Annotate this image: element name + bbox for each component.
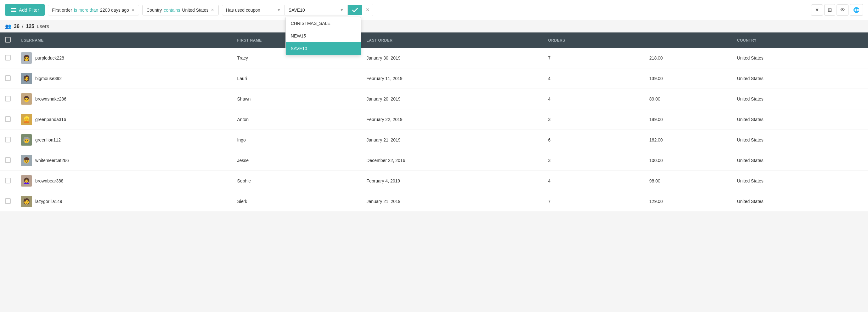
row-username: 👩‍🦱 brownbear388 [16, 171, 232, 191]
row-lastorder: January 30, 2019 [361, 48, 543, 68]
avatar: 👨 [21, 93, 32, 105]
dropdown-item-new15[interactable]: NEW15 [286, 30, 361, 42]
users-count-bar: 👥 36 / 125 users [0, 20, 868, 32]
cancel-filter-button[interactable]: × [362, 4, 374, 16]
row-checkbox[interactable] [5, 137, 11, 142]
row-lastorder: January 21, 2019 [361, 130, 543, 150]
username-text: brownsnake286 [35, 96, 66, 102]
avatar: 🧓 [21, 134, 32, 146]
count-total: 125 [26, 24, 34, 29]
row-firstname: Lauri [232, 68, 362, 89]
row-lastorder: January 20, 2019 [361, 89, 543, 109]
table-row: 👩‍🦱 brownbear388 Sophie February 4, 2019… [0, 171, 868, 191]
username-text: whitemeercat266 [35, 158, 69, 163]
row-revenue: 100.00 [644, 150, 732, 171]
row-checkbox-cell[interactable] [0, 89, 16, 109]
column-lastorder: LAST ORDER [361, 32, 543, 48]
row-revenue: 98.00 [644, 171, 732, 191]
column-revenue [644, 32, 732, 48]
select-all-checkbox[interactable] [5, 37, 11, 42]
avatar: 👱 [21, 114, 32, 125]
row-firstname: Shawn [232, 89, 362, 109]
filter-prefix-country: Country [146, 7, 162, 12]
coupon-value-label: SAVE10 [288, 7, 305, 12]
row-revenue: 89.00 [644, 89, 732, 109]
row-checkbox[interactable] [5, 75, 11, 81]
row-lastorder: February 11, 2019 [361, 68, 543, 89]
remove-filter-country[interactable]: × [211, 7, 215, 12]
add-filter-button[interactable]: Add Filter [5, 4, 45, 16]
dropdown-item-save10[interactable]: SAVE10 [286, 42, 361, 55]
row-orders: 6 [543, 130, 645, 150]
username-text: bigmouse392 [35, 76, 62, 81]
row-firstname: Jesse [232, 150, 362, 171]
row-checkbox[interactable] [5, 116, 11, 122]
row-username: 🧑 lazygorilla149 [16, 191, 232, 212]
avatar: 👩‍🦱 [21, 175, 32, 187]
filter-prefix-first-order: First order [52, 7, 72, 12]
row-revenue: 162.00 [644, 130, 732, 150]
row-checkbox[interactable] [5, 178, 11, 183]
row-country: United States [732, 109, 868, 130]
count-current: 36 [14, 24, 20, 29]
avatar: 🧑 [21, 196, 32, 207]
row-checkbox-cell[interactable] [0, 130, 16, 150]
table-row: 👱 greenpanda316 Anton February 22, 2019 … [0, 109, 868, 130]
table-header-row: USERNAME FIRST NAME LAST ORDER ORDERS CO… [0, 32, 868, 48]
dropdown-item-christmas[interactable]: CHRISTMAS_SALE [286, 17, 361, 30]
row-firstname: Sophie [232, 171, 362, 191]
row-checkbox-cell[interactable] [0, 68, 16, 89]
row-orders: 3 [543, 150, 645, 171]
row-username: 👱 greenpanda316 [16, 109, 232, 130]
row-orders: 7 [543, 48, 645, 68]
row-username: 👨 brownsnake286 [16, 89, 232, 109]
row-orders: 4 [543, 89, 645, 109]
chevron-down-control[interactable]: ▼ [811, 4, 823, 16]
filter-suffix-country: United States [182, 7, 208, 12]
count-label: users [37, 24, 49, 29]
top-bar: Add Filter First order is more than 2200… [0, 0, 868, 20]
remove-filter-first-order[interactable]: × [131, 7, 135, 12]
coupon-type-label: Has used coupon [226, 7, 260, 12]
row-username: 👩 purpleduck228 [16, 48, 232, 68]
row-checkbox[interactable] [5, 55, 11, 60]
row-checkbox[interactable] [5, 157, 11, 163]
row-username: 🧓 greenlion112 [16, 130, 232, 150]
avatar: 👦 [21, 155, 32, 166]
row-checkbox-cell[interactable] [0, 150, 16, 171]
right-controls: ▼ ⊞ 👁 🌐 [811, 4, 863, 16]
username-text: purpleduck228 [35, 55, 64, 60]
confirm-filter-button[interactable] [348, 5, 362, 15]
row-country: United States [732, 68, 868, 89]
row-orders: 4 [543, 171, 645, 191]
row-orders: 3 [543, 109, 645, 130]
row-country: United States [732, 150, 868, 171]
table-row: 🧔 bigmouse392 Lauri February 11, 2019 4 … [0, 68, 868, 89]
row-checkbox-cell[interactable] [0, 171, 16, 191]
row-revenue: 189.00 [644, 109, 732, 130]
column-checkbox[interactable] [0, 32, 16, 48]
grid-view-button[interactable]: ⊞ [824, 4, 835, 16]
row-country: United States [732, 191, 868, 212]
globe-button[interactable]: 🌐 [850, 4, 863, 16]
table-row: 🧓 greenlion112 Ingo January 21, 2019 6 1… [0, 130, 868, 150]
row-revenue: 129.00 [644, 191, 732, 212]
row-country: United States [732, 48, 868, 68]
coupon-value-select[interactable]: SAVE10 ▼ [285, 5, 348, 16]
row-checkbox-cell[interactable] [0, 48, 16, 68]
eye-button[interactable]: 👁 [837, 4, 848, 16]
coupon-type-select[interactable]: Has used coupon ▼ [222, 5, 285, 16]
row-checkbox-cell[interactable] [0, 109, 16, 130]
row-country: United States [732, 89, 868, 109]
table-row: 🧑 lazygorilla149 Sierk January 21, 2019 … [0, 191, 868, 212]
column-orders: ORDERS [543, 32, 645, 48]
filter-link-first-order: is more than [74, 7, 98, 12]
row-checkbox-cell[interactable] [0, 191, 16, 212]
username-text: greenpanda316 [35, 117, 66, 122]
row-firstname: Ingo [232, 130, 362, 150]
column-username: USERNAME [16, 32, 232, 48]
row-checkbox[interactable] [5, 198, 11, 204]
row-checkbox[interactable] [5, 96, 11, 102]
username-text: lazygorilla149 [35, 199, 62, 204]
users-table-container: USERNAME FIRST NAME LAST ORDER ORDERS CO… [0, 32, 868, 212]
